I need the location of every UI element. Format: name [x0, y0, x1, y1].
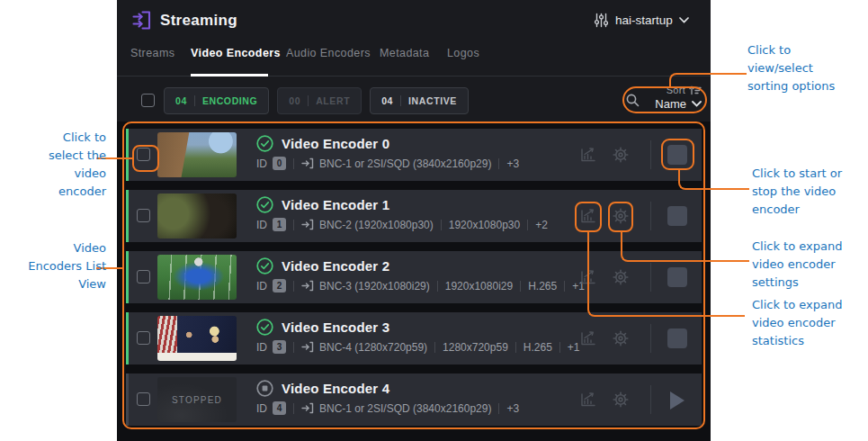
input-icon — [301, 280, 314, 292]
sliders-icon — [594, 13, 609, 28]
alert-label: ALERT — [316, 95, 350, 106]
tab-video-encoders[interactable]: Video Encoders — [191, 47, 281, 59]
encoding-label: ENCODING — [202, 95, 257, 106]
input-value: BNC-1 or 2SI/SQD (3840x2160p29) — [319, 158, 491, 170]
sort-value: Name — [655, 97, 686, 111]
account-name: hai-startup — [615, 14, 673, 27]
select-all-checkbox[interactable] — [141, 94, 155, 107]
separator — [400, 95, 401, 106]
tab-logos[interactable]: Logos — [447, 47, 479, 59]
encoder-details: ID 2 BNC-3 (1920x1080i29) 1920x1080i29 H… — [256, 279, 585, 292]
page: Streaming hai-startup Streams Video Enco… — [0, 0, 868, 441]
separator — [293, 403, 294, 414]
statistics-button[interactable] — [579, 146, 597, 164]
stop-button[interactable] — [667, 145, 687, 165]
encoder-thumbnail — [157, 255, 237, 300]
divider — [650, 202, 651, 230]
separator — [434, 342, 435, 353]
id-label: ID — [256, 280, 267, 292]
status-stopped-icon — [256, 380, 273, 397]
sort-label: Sort — [667, 85, 685, 95]
input-icon — [301, 158, 314, 169]
encoder-row-4[interactable]: STOPPED Video Encoder 4 ID 4 BNC-1 or 2S… — [126, 374, 702, 426]
encoder-row-2[interactable]: Video Encoder 2 ID 2 BNC-3 (1920x1080i29… — [126, 251, 702, 303]
separator — [293, 220, 294, 230]
filter-inactive[interactable]: 04INACTIVE — [370, 87, 469, 114]
encoder-thumbnail — [157, 316, 237, 361]
status-filters: 04ENCODING 00ALERT 04INACTIVE — [164, 87, 469, 114]
stop-button[interactable] — [667, 328, 687, 348]
callout-sorting-options: Click to view/select sorting options — [747, 41, 848, 95]
encoder-row-3[interactable]: Video Encoder 3 ID 3 BNC-4 (1280x720p59)… — [126, 312, 702, 364]
input-value: BNC-3 (1920x1080i29) — [319, 280, 430, 292]
separator — [559, 342, 560, 353]
id-label: ID — [256, 219, 267, 231]
encoder-name: Video Encoder 3 — [282, 320, 389, 335]
encoder-checkbox[interactable] — [137, 392, 150, 406]
id-label: ID — [256, 158, 267, 170]
divider — [650, 140, 651, 169]
sort-control[interactable]: Sort Name — [639, 85, 702, 111]
filter-alert[interactable]: 00ALERT — [277, 87, 362, 114]
encoder-details: ID 3 BNC-4 (1280x720p59) 1280x720p59 H.2… — [256, 340, 580, 354]
resolution: 1920x1080i29 — [445, 280, 513, 292]
encoder-checkbox[interactable] — [137, 270, 150, 284]
id-label: ID — [256, 341, 267, 354]
encoder-thumbnail — [157, 194, 237, 238]
callout-start-stop: Click to start or stop the video encoder — [752, 165, 858, 219]
settings-button[interactable] — [612, 391, 630, 409]
sort-by-dropdown[interactable]: Name — [639, 97, 702, 111]
separator — [293, 342, 294, 353]
statistics-button[interactable] — [579, 329, 597, 347]
input-value: BNC-2 (1920x1080p30) — [319, 219, 434, 231]
codec: H.265 — [528, 280, 557, 292]
stop-icon — [667, 206, 687, 226]
encoder-name: Video Encoder 1 — [282, 197, 389, 212]
account-dropdown[interactable]: hai-startup — [594, 13, 689, 28]
encoder-details: ID 0 BNC-1 or 2SI/SQD (3840x2160p29) +3 — [256, 157, 519, 170]
encoder-id-badge: 1 — [273, 218, 286, 231]
more-count: +1 — [568, 341, 580, 354]
encoder-checkbox[interactable] — [137, 148, 150, 161]
tab-metadata[interactable]: Metadata — [380, 47, 429, 59]
tab-streams[interactable]: Streams — [130, 47, 174, 59]
encoder-row-1[interactable]: Video Encoder 1 ID 1 BNC-2 (1920x1080p30… — [126, 190, 702, 242]
resolution: 1280x720p59 — [443, 341, 508, 354]
callout-select-encoder: Click to select the video encoder — [25, 129, 106, 201]
divider — [650, 263, 651, 292]
start-button[interactable] — [667, 390, 687, 410]
encoder-id-badge: 3 — [273, 340, 286, 354]
encoder-id-badge: 2 — [273, 279, 286, 292]
encoder-thumbnail — [157, 132, 237, 177]
inactive-count: 04 — [381, 95, 393, 106]
settings-button[interactable] — [612, 146, 630, 164]
input-value: BNC-4 (1280x720p59) — [319, 341, 427, 354]
divider — [650, 385, 651, 414]
encoder-checkbox[interactable] — [137, 331, 150, 345]
encoder-details: ID 4 BNC-1 or 2SI/SQD (3840x2160p29) +3 — [256, 401, 519, 415]
input-icon — [301, 402, 314, 414]
sort-order-icon — [689, 86, 702, 95]
encoder-checkbox[interactable] — [137, 209, 150, 222]
separator — [498, 403, 499, 414]
settings-button[interactable] — [612, 207, 630, 225]
alert-count: 00 — [289, 95, 300, 106]
encoding-count: 04 — [175, 95, 187, 106]
statistics-button[interactable] — [579, 207, 597, 225]
more-count: +2 — [535, 219, 548, 231]
separator — [194, 95, 195, 106]
settings-button[interactable] — [612, 268, 630, 286]
separator — [515, 342, 516, 353]
tab-audio-encoders[interactable]: Audio Encoders — [286, 47, 371, 59]
more-count: +3 — [506, 402, 519, 415]
stop-button[interactable] — [667, 267, 687, 287]
play-icon — [670, 392, 685, 410]
encoder-row-0[interactable]: Video Encoder 0 ID 0 BNC-1 or 2SI/SQD (3… — [126, 129, 702, 181]
stop-button[interactable] — [667, 206, 687, 226]
statistics-button[interactable] — [579, 391, 597, 409]
thumbnail-status-text: STOPPED — [172, 395, 222, 405]
settings-button[interactable] — [612, 329, 630, 347]
filter-encoding[interactable]: 04ENCODING — [164, 87, 269, 114]
divider — [650, 324, 651, 353]
statistics-button[interactable] — [579, 268, 597, 286]
